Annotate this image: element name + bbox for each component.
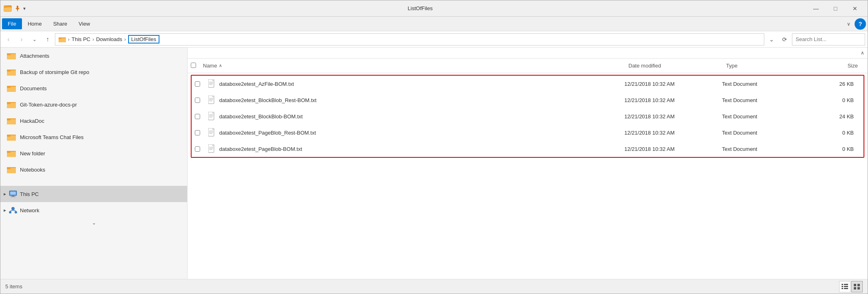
menu-chevron-icon[interactable]: ∨ — [844, 20, 853, 28]
file-date-2: 12/21/2018 10:32 AM — [624, 97, 722, 103]
breadcrumb-thispc[interactable]: This PC — [72, 36, 90, 42]
header-type-col[interactable]: Type — [726, 63, 816, 69]
sidebar-label-attachments: Attachments — [20, 53, 49, 59]
file-icon-5 — [207, 144, 217, 153]
table-row[interactable]: databoxe2etest_PageBlob_Rest-BOM.txt 12/… — [192, 124, 864, 141]
refresh-button[interactable]: ⟳ — [779, 34, 790, 45]
txt-file-icon-4 — [208, 128, 216, 137]
file-type-2: Text Document — [722, 97, 811, 103]
sort-area: ∧ — [188, 48, 868, 59]
svg-rect-29 — [7, 151, 11, 153]
file-checkbox-1[interactable] — [195, 81, 200, 87]
file-name-4: databoxe2etest_PageBlob_Rest-BOM.txt — [219, 130, 624, 136]
sidebar-item-network[interactable]: ▸ Network — [0, 202, 187, 218]
file-checkbox-4[interactable] — [195, 130, 200, 135]
svg-rect-20 — [7, 102, 11, 104]
svg-line-41 — [13, 210, 16, 211]
file-date-5: 12/21/2018 10:32 AM — [624, 146, 722, 152]
file-size-5: 0 KB — [811, 146, 860, 152]
svg-point-39 — [15, 211, 17, 213]
quick-access: ▾ — [4, 4, 26, 13]
header-size-label: Size — [848, 63, 858, 69]
menu-home[interactable]: Home — [22, 18, 48, 29]
table-row[interactable]: databoxe2etest_PageBlob-BOM.txt 12/21/20… — [192, 141, 864, 157]
header-size-col[interactable]: Size — [816, 63, 864, 69]
nav-forward-button[interactable]: › — [16, 34, 27, 45]
svg-rect-2 — [4, 6, 7, 8]
sidebar-item-backup[interactable]: Backup of storsimple Git repo — [0, 64, 187, 80]
breadcrumb-current[interactable]: ListOfFiles — [128, 35, 159, 44]
row-checkbox-4 — [195, 130, 207, 135]
table-row[interactable]: databoxe2etest_BlockBlob-BOM.txt 12/21/2… — [192, 108, 864, 124]
svg-rect-75 — [854, 287, 856, 290]
address-chevron-icon[interactable]: ⌄ — [766, 34, 777, 45]
header-date-label: Date modified — [628, 63, 661, 69]
titlebar-dropdown-icon[interactable]: ▾ — [23, 6, 26, 11]
file-size-1: 26 KB — [811, 81, 860, 87]
sidebar-content: Attachments Backup of storsimple Git rep… — [0, 48, 187, 279]
main-area: Attachments Backup of storsimple Git rep… — [0, 48, 868, 279]
search-input[interactable] — [792, 36, 867, 42]
close-button[interactable]: ✕ — [846, 2, 864, 15]
menu-view[interactable]: View — [73, 18, 96, 29]
svg-rect-72 — [844, 288, 848, 289]
table-row[interactable]: databoxe2etest_AzFile-BOM.txt 12/21/2018… — [192, 76, 864, 92]
sidebar-item-hackadoc[interactable]: HackaDoc — [0, 113, 187, 129]
header-name-label: Name — [203, 63, 217, 69]
minimize-button[interactable]: — — [807, 2, 825, 15]
file-list-body: databoxe2etest_AzFile-BOM.txt 12/21/2018… — [188, 73, 868, 279]
svg-rect-14 — [7, 70, 11, 72]
help-button[interactable]: ? — [855, 18, 866, 30]
nav-back-button[interactable]: ‹ — [3, 34, 14, 45]
svg-rect-17 — [7, 86, 11, 88]
row-checkbox-3 — [195, 114, 207, 119]
menu-bar: File Home Share View ∨ ? — [0, 17, 868, 31]
svg-rect-1 — [4, 7, 11, 11]
file-date-1: 12/21/2018 10:32 AM — [624, 81, 722, 87]
breadcrumb: › This PC › Downloads › ListOfFiles — [55, 33, 764, 46]
breadcrumb-sep1: › — [68, 37, 70, 42]
network-icon — [9, 207, 17, 214]
large-icons-view-button[interactable] — [851, 281, 863, 292]
nav-up-button[interactable]: ↑ — [42, 34, 53, 45]
sidebar-item-attachments[interactable]: Attachments — [0, 48, 187, 64]
folder-icon-documents — [7, 85, 16, 92]
sidebar-item-git[interactable]: Git-Token-azure-docs-pr — [0, 96, 187, 113]
header-date-col[interactable]: Date modified — [628, 63, 726, 69]
title-bar: ▾ ListOfFiles — □ ✕ — [0, 0, 868, 17]
maximize-button[interactable]: □ — [826, 2, 845, 15]
sidebar-item-notebooks[interactable]: Notebooks — [0, 161, 187, 178]
table-row[interactable]: databoxe2etest_BlockBlob_Rest-BOM.txt 12… — [192, 92, 864, 108]
sidebar-bottom-chevron[interactable]: ⌄ — [0, 218, 187, 227]
sort-chevron-icon[interactable]: ∧ — [857, 49, 868, 57]
sidebar-item-teams[interactable]: Microsoft Teams Chat Files — [0, 129, 187, 145]
folder-icon-notebooks — [7, 166, 16, 173]
file-icon-2 — [207, 96, 217, 105]
file-size-3: 24 KB — [811, 113, 860, 120]
explorer-icon — [4, 4, 12, 13]
sidebar-item-newfolder[interactable]: New folder — [0, 145, 187, 161]
breadcrumb-downloads[interactable]: Downloads — [96, 36, 122, 42]
sidebar-label-notebooks: Notebooks — [20, 167, 45, 173]
header-name-col[interactable]: Name ∧ — [203, 63, 628, 69]
status-item-count: 5 items — [5, 283, 839, 290]
sidebar-item-thispc[interactable]: ▸ This PC — [0, 186, 187, 202]
dropdown-nav-button[interactable]: ⌄ — [29, 34, 40, 45]
svg-rect-70 — [844, 286, 848, 287]
file-size-4: 0 KB — [811, 130, 860, 136]
sidebar-label-documents: Documents — [20, 85, 47, 91]
file-checkbox-5[interactable] — [195, 146, 200, 152]
file-type-5: Text Document — [722, 146, 811, 152]
network-chevron-icon: ▸ — [4, 207, 6, 213]
menu-file[interactable]: File — [2, 18, 22, 29]
select-all-checkbox[interactable] — [191, 63, 196, 68]
file-type-3: Text Document — [722, 113, 811, 120]
file-checkbox-3[interactable] — [195, 114, 200, 119]
sidebar-item-documents[interactable]: Documents — [0, 80, 187, 96]
file-name-3: databoxe2etest_BlockBlob-BOM.txt — [219, 113, 624, 120]
details-view-button[interactable] — [839, 281, 851, 292]
row-checkbox-2 — [195, 98, 207, 103]
file-size-2: 0 KB — [811, 97, 860, 103]
menu-share[interactable]: Share — [48, 18, 73, 29]
file-checkbox-2[interactable] — [195, 98, 200, 103]
